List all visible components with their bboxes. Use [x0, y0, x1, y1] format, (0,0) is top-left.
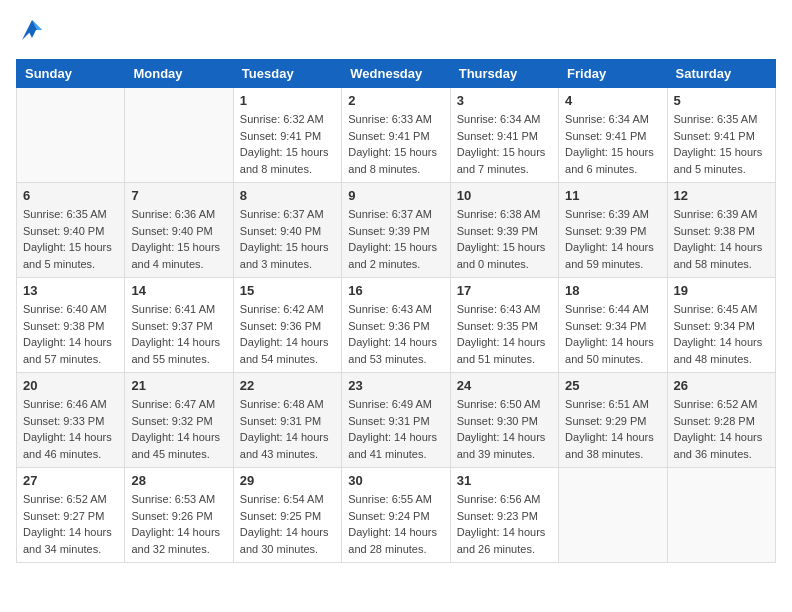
calendar-day-cell: 23Sunrise: 6:49 AMSunset: 9:31 PMDayligh… — [342, 373, 450, 468]
calendar-day-cell: 7Sunrise: 6:36 AMSunset: 9:40 PMDaylight… — [125, 183, 233, 278]
day-info: Sunrise: 6:40 AMSunset: 9:38 PMDaylight:… — [23, 301, 118, 367]
day-info: Sunrise: 6:43 AMSunset: 9:36 PMDaylight:… — [348, 301, 443, 367]
day-number: 28 — [131, 473, 226, 488]
day-number: 20 — [23, 378, 118, 393]
day-info: Sunrise: 6:46 AMSunset: 9:33 PMDaylight:… — [23, 396, 118, 462]
calendar-day-cell: 13Sunrise: 6:40 AMSunset: 9:38 PMDayligh… — [17, 278, 125, 373]
day-info: Sunrise: 6:44 AMSunset: 9:34 PMDaylight:… — [565, 301, 660, 367]
day-info: Sunrise: 6:34 AMSunset: 9:41 PMDaylight:… — [565, 111, 660, 177]
day-number: 26 — [674, 378, 769, 393]
page-header — [16, 16, 776, 49]
day-info: Sunrise: 6:47 AMSunset: 9:32 PMDaylight:… — [131, 396, 226, 462]
day-info: Sunrise: 6:52 AMSunset: 9:28 PMDaylight:… — [674, 396, 769, 462]
calendar-day-header: Monday — [125, 60, 233, 88]
day-info: Sunrise: 6:54 AMSunset: 9:25 PMDaylight:… — [240, 491, 335, 557]
day-number: 13 — [23, 283, 118, 298]
calendar-day-header: Saturday — [667, 60, 775, 88]
calendar-day-cell: 11Sunrise: 6:39 AMSunset: 9:39 PMDayligh… — [559, 183, 667, 278]
calendar-day-cell: 18Sunrise: 6:44 AMSunset: 9:34 PMDayligh… — [559, 278, 667, 373]
day-number: 6 — [23, 188, 118, 203]
day-info: Sunrise: 6:37 AMSunset: 9:39 PMDaylight:… — [348, 206, 443, 272]
calendar-day-cell: 24Sunrise: 6:50 AMSunset: 9:30 PMDayligh… — [450, 373, 558, 468]
calendar-day-header: Friday — [559, 60, 667, 88]
calendar-day-cell: 25Sunrise: 6:51 AMSunset: 9:29 PMDayligh… — [559, 373, 667, 468]
calendar-day-cell: 16Sunrise: 6:43 AMSunset: 9:36 PMDayligh… — [342, 278, 450, 373]
day-number: 17 — [457, 283, 552, 298]
day-info: Sunrise: 6:49 AMSunset: 9:31 PMDaylight:… — [348, 396, 443, 462]
day-number: 24 — [457, 378, 552, 393]
day-number: 15 — [240, 283, 335, 298]
day-number: 8 — [240, 188, 335, 203]
calendar-day-header: Tuesday — [233, 60, 341, 88]
day-number: 1 — [240, 93, 335, 108]
calendar-day-header: Thursday — [450, 60, 558, 88]
logo — [16, 16, 46, 49]
day-number: 18 — [565, 283, 660, 298]
calendar-day-header: Wednesday — [342, 60, 450, 88]
calendar-day-cell: 30Sunrise: 6:55 AMSunset: 9:24 PMDayligh… — [342, 468, 450, 563]
calendar-day-cell: 15Sunrise: 6:42 AMSunset: 9:36 PMDayligh… — [233, 278, 341, 373]
calendar-day-cell: 1Sunrise: 6:32 AMSunset: 9:41 PMDaylight… — [233, 88, 341, 183]
calendar-week-row: 13Sunrise: 6:40 AMSunset: 9:38 PMDayligh… — [17, 278, 776, 373]
calendar-week-row: 1Sunrise: 6:32 AMSunset: 9:41 PMDaylight… — [17, 88, 776, 183]
calendar-week-row: 27Sunrise: 6:52 AMSunset: 9:27 PMDayligh… — [17, 468, 776, 563]
day-info: Sunrise: 6:42 AMSunset: 9:36 PMDaylight:… — [240, 301, 335, 367]
day-number: 7 — [131, 188, 226, 203]
day-number: 12 — [674, 188, 769, 203]
day-info: Sunrise: 6:45 AMSunset: 9:34 PMDaylight:… — [674, 301, 769, 367]
calendar-day-cell — [559, 468, 667, 563]
logo-icon — [18, 16, 46, 44]
day-info: Sunrise: 6:35 AMSunset: 9:40 PMDaylight:… — [23, 206, 118, 272]
day-info: Sunrise: 6:50 AMSunset: 9:30 PMDaylight:… — [457, 396, 552, 462]
day-number: 3 — [457, 93, 552, 108]
day-number: 9 — [348, 188, 443, 203]
day-info: Sunrise: 6:39 AMSunset: 9:39 PMDaylight:… — [565, 206, 660, 272]
day-number: 14 — [131, 283, 226, 298]
day-info: Sunrise: 6:52 AMSunset: 9:27 PMDaylight:… — [23, 491, 118, 557]
calendar-day-cell: 6Sunrise: 6:35 AMSunset: 9:40 PMDaylight… — [17, 183, 125, 278]
day-number: 27 — [23, 473, 118, 488]
calendar-week-row: 6Sunrise: 6:35 AMSunset: 9:40 PMDaylight… — [17, 183, 776, 278]
day-number: 2 — [348, 93, 443, 108]
day-number: 23 — [348, 378, 443, 393]
calendar-day-cell: 19Sunrise: 6:45 AMSunset: 9:34 PMDayligh… — [667, 278, 775, 373]
calendar-week-row: 20Sunrise: 6:46 AMSunset: 9:33 PMDayligh… — [17, 373, 776, 468]
day-info: Sunrise: 6:38 AMSunset: 9:39 PMDaylight:… — [457, 206, 552, 272]
day-number: 5 — [674, 93, 769, 108]
day-number: 22 — [240, 378, 335, 393]
calendar-day-header: Sunday — [17, 60, 125, 88]
calendar-day-cell: 22Sunrise: 6:48 AMSunset: 9:31 PMDayligh… — [233, 373, 341, 468]
day-info: Sunrise: 6:32 AMSunset: 9:41 PMDaylight:… — [240, 111, 335, 177]
day-info: Sunrise: 6:53 AMSunset: 9:26 PMDaylight:… — [131, 491, 226, 557]
day-info: Sunrise: 6:39 AMSunset: 9:38 PMDaylight:… — [674, 206, 769, 272]
day-number: 29 — [240, 473, 335, 488]
calendar-header-row: SundayMondayTuesdayWednesdayThursdayFrid… — [17, 60, 776, 88]
day-info: Sunrise: 6:37 AMSunset: 9:40 PMDaylight:… — [240, 206, 335, 272]
calendar-day-cell: 14Sunrise: 6:41 AMSunset: 9:37 PMDayligh… — [125, 278, 233, 373]
calendar-day-cell: 5Sunrise: 6:35 AMSunset: 9:41 PMDaylight… — [667, 88, 775, 183]
calendar-day-cell: 4Sunrise: 6:34 AMSunset: 9:41 PMDaylight… — [559, 88, 667, 183]
calendar-day-cell: 31Sunrise: 6:56 AMSunset: 9:23 PMDayligh… — [450, 468, 558, 563]
day-number: 16 — [348, 283, 443, 298]
day-number: 4 — [565, 93, 660, 108]
day-info: Sunrise: 6:36 AMSunset: 9:40 PMDaylight:… — [131, 206, 226, 272]
day-number: 11 — [565, 188, 660, 203]
calendar-day-cell: 9Sunrise: 6:37 AMSunset: 9:39 PMDaylight… — [342, 183, 450, 278]
calendar-day-cell — [125, 88, 233, 183]
calendar-day-cell: 26Sunrise: 6:52 AMSunset: 9:28 PMDayligh… — [667, 373, 775, 468]
day-number: 21 — [131, 378, 226, 393]
calendar-day-cell: 29Sunrise: 6:54 AMSunset: 9:25 PMDayligh… — [233, 468, 341, 563]
calendar-table: SundayMondayTuesdayWednesdayThursdayFrid… — [16, 59, 776, 563]
calendar-day-cell: 20Sunrise: 6:46 AMSunset: 9:33 PMDayligh… — [17, 373, 125, 468]
calendar-day-cell: 21Sunrise: 6:47 AMSunset: 9:32 PMDayligh… — [125, 373, 233, 468]
calendar-day-cell: 27Sunrise: 6:52 AMSunset: 9:27 PMDayligh… — [17, 468, 125, 563]
calendar-day-cell: 2Sunrise: 6:33 AMSunset: 9:41 PMDaylight… — [342, 88, 450, 183]
day-number: 30 — [348, 473, 443, 488]
calendar-day-cell: 12Sunrise: 6:39 AMSunset: 9:38 PMDayligh… — [667, 183, 775, 278]
day-info: Sunrise: 6:56 AMSunset: 9:23 PMDaylight:… — [457, 491, 552, 557]
day-info: Sunrise: 6:35 AMSunset: 9:41 PMDaylight:… — [674, 111, 769, 177]
day-info: Sunrise: 6:34 AMSunset: 9:41 PMDaylight:… — [457, 111, 552, 177]
day-number: 31 — [457, 473, 552, 488]
calendar-day-cell — [17, 88, 125, 183]
day-info: Sunrise: 6:51 AMSunset: 9:29 PMDaylight:… — [565, 396, 660, 462]
